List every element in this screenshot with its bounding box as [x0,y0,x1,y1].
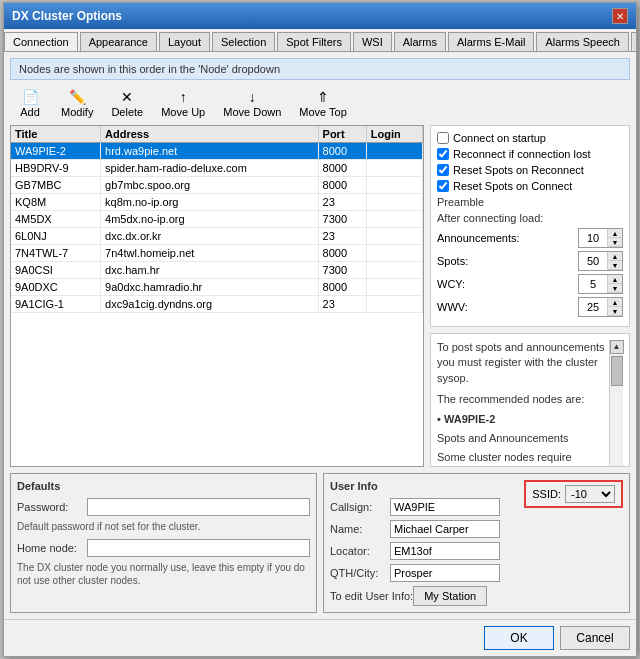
wcy-label: WCY: [437,278,465,290]
name-label: Name: [330,523,390,535]
wcy-down[interactable]: ▼ [608,284,622,293]
my-station-button[interactable]: My Station [413,586,487,606]
ok-button[interactable]: OK [484,626,554,650]
title-bar: DX Cluster Options ✕ [4,3,636,29]
password-desc: Default password if not set for the clus… [17,520,310,533]
wwv-down[interactable]: ▼ [608,307,622,316]
locator-input[interactable]: EM13of [390,542,500,560]
cell-title: 9A0DXC [11,279,101,296]
col-address: Address [101,126,319,143]
cell-login [366,143,422,160]
cell-title: HB9DRV-9 [11,160,101,177]
tab-qsl[interactable]: QSL Membe [631,32,636,51]
password-input[interactable] [87,498,310,516]
tab-connection[interactable]: Connection [4,32,78,52]
wwv-spinner[interactable]: 25 ▲ ▼ [578,297,623,317]
name-input[interactable]: Michael Carper [390,520,500,538]
move-up-button[interactable]: ↑ Move Up [154,86,212,121]
cell-title: WA9PIE-2 [11,143,101,160]
tab-alarms-speech[interactable]: Alarms Speech [536,32,629,51]
wcy-input[interactable]: 5 [579,277,607,291]
table-row[interactable]: HB9DRV-9spider.ham-radio-deluxe.com8000 [11,160,423,177]
ssid-select[interactable]: -10-9-8-7-6-5 [565,485,615,503]
announcements-spinner[interactable]: 10 ▲ ▼ [578,228,623,248]
cell-login [366,194,422,211]
cell-login [366,296,422,313]
cell-address: 4m5dx.no-ip.org [101,211,319,228]
cell-address: 9a0dxc.hamradio.hr [101,279,319,296]
cell-port: 23 [318,194,366,211]
move-top-button[interactable]: ⇑ Move Top [292,86,354,121]
bottom-panels: Defaults Password: Default password if n… [10,473,630,613]
tab-alarms-email[interactable]: Alarms E-Mail [448,32,534,51]
password-label: Password: [17,501,87,513]
spots-up[interactable]: ▲ [608,252,622,261]
node-table: Title Address Port Login WA9PIE-2hrd.wa9… [11,126,423,313]
spots-input[interactable]: 50 [579,254,607,268]
ssid-box: SSID: -10-9-8-7-6-5 [524,480,623,508]
cell-port: 8000 [318,143,366,160]
move-down-button[interactable]: ↓ Move Down [216,86,288,121]
col-title: Title [11,126,101,143]
close-button[interactable]: ✕ [612,8,628,24]
user-info-box: User Info SSID: -10-9-8-7-6-5 Callsign: … [323,473,630,613]
tab-appearance[interactable]: Appearance [80,32,157,51]
qth-input[interactable]: Prosper [390,564,500,582]
cell-title: 9A1CIG-1 [11,296,101,313]
wcy-spinner[interactable]: 5 ▲ ▼ [578,274,623,294]
table-row[interactable]: 4M5DX4m5dx.no-ip.org7300 [11,211,423,228]
cell-login [366,177,422,194]
cell-login [366,245,422,262]
table-row[interactable]: KQ8Mkq8m.no-ip.org23 [11,194,423,211]
cell-address: kq8m.no-ip.org [101,194,319,211]
delete-button[interactable]: ✕ Delete [104,86,150,121]
node1: • WA9PIE-2 [437,412,605,427]
reset-spots-reconnect-checkbox[interactable] [437,164,449,176]
homenode-label: Home node: [17,542,87,554]
tab-bar: Connection Appearance Layout Selection S… [4,29,636,52]
announcements-input[interactable]: 10 [579,231,607,245]
add-button[interactable]: 📄 Add [10,86,50,121]
homenode-input[interactable] [87,539,310,557]
wcy-up[interactable]: ▲ [608,275,622,284]
tab-selection[interactable]: Selection [212,32,275,51]
modify-button[interactable]: ✏️ Modify [54,86,100,121]
node-table-container[interactable]: Title Address Port Login WA9PIE-2hrd.wa9… [10,125,424,467]
info-text-box: To post spots and announcements you must… [430,333,630,467]
tab-spotfilters[interactable]: Spot Filters [277,32,351,51]
callsign-input[interactable]: WA9PIE [390,498,500,516]
wwv-up[interactable]: ▲ [608,298,622,307]
wcy-row: WCY: 5 ▲ ▼ [437,274,623,294]
cell-port: 23 [318,228,366,245]
cell-port: 8000 [318,245,366,262]
info-scrollbar[interactable]: ▲ [609,340,623,467]
cell-login [366,228,422,245]
tab-alarms[interactable]: Alarms [394,32,446,51]
tab-layout[interactable]: Layout [159,32,210,51]
my-station-row: To edit User Info: My Station [330,586,623,606]
table-row[interactable]: 9A0DXC9a0dxc.hamradio.hr8000 [11,279,423,296]
table-row[interactable]: 9A1CIG-1dxc9a1cig.dyndns.org23 [11,296,423,313]
spots-spinner[interactable]: 50 ▲ ▼ [578,251,623,271]
table-row[interactable]: GB7MBCgb7mbc.spoo.org8000 [11,177,423,194]
wwv-input[interactable]: 25 [579,300,607,314]
connect-startup-checkbox[interactable] [437,132,449,144]
table-row[interactable]: 6L0NJdxc.dx.or.kr23 [11,228,423,245]
table-row[interactable]: 7N4TWL-77n4twl.homeip.net8000 [11,245,423,262]
connection-options: Connect on startup Reconnect if connecti… [430,125,630,327]
scroll-up-arrow[interactable]: ▲ [610,340,624,354]
reconnect-lost-checkbox[interactable] [437,148,449,160]
table-row[interactable]: WA9PIE-2hrd.wa9pie.net8000 [11,143,423,160]
table-row[interactable]: 9A0CSIdxc.ham.hr7300 [11,262,423,279]
reset-spots-connect-checkbox[interactable] [437,180,449,192]
scroll-thumb[interactable] [611,356,623,386]
announcements-down[interactable]: ▼ [608,238,622,247]
tab-wsi[interactable]: WSI [353,32,392,51]
spots-down[interactable]: ▼ [608,261,622,270]
cancel-button[interactable]: Cancel [560,626,630,650]
reconnect-lost-row: Reconnect if connection lost [437,148,623,160]
announcements-up[interactable]: ▲ [608,229,622,238]
info-bar: Nodes are shown in this order in the 'No… [10,58,630,80]
cell-title: 9A0CSI [11,262,101,279]
cell-port: 7300 [318,211,366,228]
